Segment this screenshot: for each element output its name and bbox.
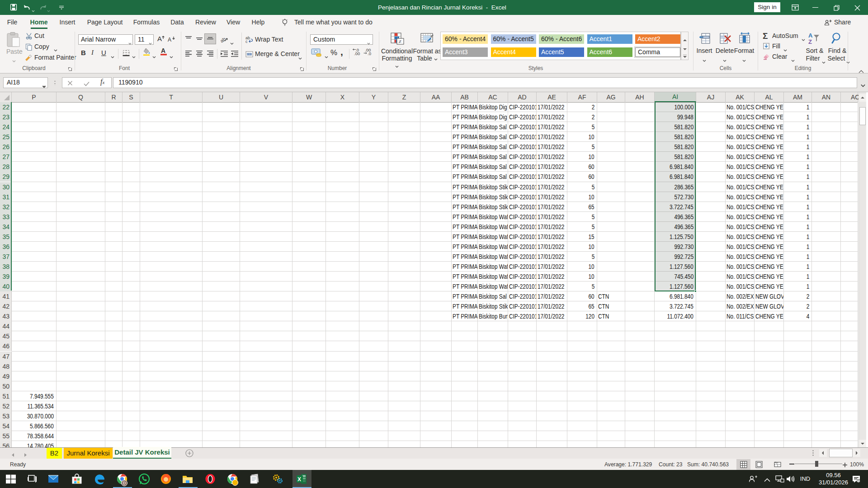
svg-text:Z: Z: [808, 38, 812, 45]
svg-text:A: A: [168, 37, 171, 42]
svg-text:.00: .00: [354, 51, 360, 55]
svg-text:ab: ab: [221, 36, 226, 42]
svg-text:c: c: [245, 39, 248, 43]
svg-text:.0: .0: [368, 51, 371, 55]
svg-text:A: A: [808, 32, 813, 39]
svg-text:≠: ≠: [399, 38, 402, 45]
svg-text:A: A: [161, 47, 165, 54]
svg-text:X: X: [297, 476, 301, 483]
svg-text:A: A: [157, 35, 162, 42]
